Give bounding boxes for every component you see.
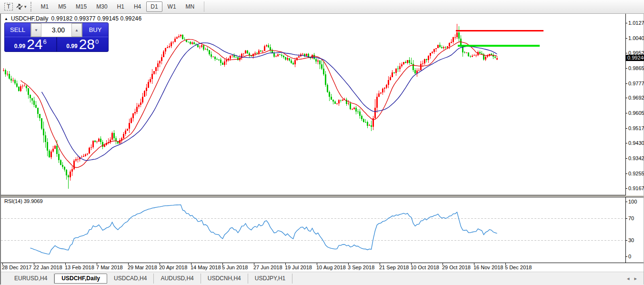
price-axis-tick: 0.96050: [628, 110, 644, 116]
price-axis-tick: 0.95175: [628, 125, 644, 131]
rsi-axis-tick: 100: [628, 199, 637, 204]
time-axis-label: 19 Jul 2018: [285, 265, 312, 270]
time-axis-label: 22 Jan 2018: [33, 265, 62, 270]
toolbar-separator: [204, 1, 204, 12]
toolbar-grip[interactable]: [30, 2, 32, 11]
timeframe-button-m15[interactable]: M15: [71, 1, 91, 12]
rsi-axis-tick: 30: [628, 237, 634, 243]
volume-decrease-button[interactable]: ▼: [31, 23, 41, 37]
buy-price[interactable]: 0.99 28 0: [57, 37, 109, 51]
price-axis: 1.012751.004000.995250.986500.977750.969…: [626, 14, 644, 195]
chart-tab-audusd-h4[interactable]: AUDUSD,H4: [154, 274, 201, 284]
text-tool-icon: T: [4, 3, 12, 10]
timeframe-button-mn[interactable]: MN: [181, 1, 199, 12]
chart-window: ▲ USDCHF,Daily 0.99182 0.99377 0.99145 0…: [0, 14, 644, 285]
timeframe-button-d1[interactable]: D1: [146, 1, 162, 12]
tab-scroll-buttons: ◂ ▸: [627, 275, 644, 282]
one-click-trading-panel: SELL ▼ 3.00 ▲ BUY 0.99 24 6 0.99 28 0: [4, 22, 109, 52]
price-axis-tick: 0.94300: [628, 140, 644, 146]
timeframe-group: M1M5M15M30H1H4D1W1MN: [36, 1, 200, 12]
ma-fast-line: [21, 40, 497, 168]
arrange-charts-button[interactable]: ▾: [15, 1, 27, 12]
buy-button[interactable]: BUY: [82, 23, 108, 37]
chart-tab-usdjpy-h1[interactable]: USDJPY,H1: [248, 274, 292, 284]
chart-ohlc-values: 0.99182 0.99377 0.99145 0.99246: [51, 15, 142, 22]
sell-price-prefix: 0.99: [14, 43, 25, 50]
sell-price[interactable]: 0.99 24 6: [5, 37, 57, 51]
chart-tab-usdcnh-h4[interactable]: USDCNH,H4: [201, 274, 248, 284]
chart-tab-eurusd-h4[interactable]: EURUSD,H4: [8, 274, 54, 284]
timeframe-button-m1[interactable]: M1: [37, 1, 53, 12]
chart-tab-usdchf-daily[interactable]: USDCHF,Daily: [54, 274, 107, 284]
rsi-axis: 10070300: [626, 197, 644, 263]
volume-increase-button[interactable]: ▲: [71, 23, 82, 37]
current-price-label: 0.99246: [626, 55, 644, 61]
time-axis-label: 10 Oct 2018: [411, 265, 439, 270]
volume-spinner: ▼ 3.00 ▲: [30, 23, 82, 37]
price-axis-tick: 0.92550: [628, 171, 644, 176]
tab-scroll-right-icon[interactable]: ▸: [634, 275, 637, 282]
time-axis-label: 5 Jun 2018: [222, 265, 248, 270]
rsi-axis-tick: 70: [628, 215, 634, 221]
buy-price-point: 0: [95, 38, 99, 45]
chart-tab-usdcad-h4[interactable]: USDCAD,H4: [107, 274, 154, 284]
rsi-axis-tick: 0: [628, 254, 631, 259]
price-axis-tick: 0.96925: [628, 95, 644, 101]
chevron-down-icon: ▾: [24, 4, 27, 9]
timeframe-button-h4[interactable]: H4: [130, 1, 145, 12]
price-axis-tick: 0.91675: [628, 185, 644, 191]
time-axis: 28 Dec 201722 Jan 201813 Feb 20187 Mar 2…: [1, 263, 644, 272]
ma-slow-line: [42, 43, 497, 161]
timeframe-button-m30[interactable]: M30: [92, 1, 111, 12]
collapse-panel-triangle-icon[interactable]: ▲: [4, 17, 8, 21]
time-axis-label: 16 Nov 2018: [473, 265, 503, 270]
price-axis-tick: 1.00400: [628, 35, 644, 41]
time-axis-label: 10 Aug 2018: [316, 265, 346, 270]
price-axis-tick: 0.93425: [628, 155, 644, 161]
price-axis-tick: 1.01275: [628, 20, 644, 26]
triangle-up-icon: ▲: [75, 28, 79, 32]
time-axis-label: 7 Mar 2018: [96, 265, 123, 270]
top-toolbar: T ▾ M1M5M15M30H1H4D1W1MN: [0, 0, 644, 14]
triangle-down-icon: ▼: [34, 28, 38, 32]
time-axis-label: 29 Mar 2018: [128, 265, 157, 270]
volume-input[interactable]: 3.00: [41, 23, 71, 37]
timeframe-button-m5[interactable]: M5: [54, 1, 70, 12]
time-axis-label: 28 Dec 2017: [2, 265, 31, 270]
sell-button[interactable]: SELL: [5, 23, 30, 37]
tab-scroll-left-icon[interactable]: ◂: [627, 275, 630, 282]
buy-price-prefix: 0.99: [66, 43, 77, 50]
chart-title: ▲ USDCHF,Daily 0.99182 0.99377 0.99145 0…: [4, 15, 141, 22]
rsi-line: [30, 205, 497, 254]
timeframe-button-w1[interactable]: W1: [163, 1, 181, 12]
time-axis-label: 21 Sep 2018: [379, 265, 409, 270]
arrows-icon: [16, 3, 23, 10]
rsi-indicator-chart[interactable]: [1, 197, 625, 263]
price-axis-tick: 0.97775: [628, 81, 644, 86]
time-axis-label: 29 Oct 2018: [442, 265, 471, 270]
time-axis-label: 5 Dec 2018: [505, 265, 532, 270]
chart-symbol-label: USDCHF,Daily: [11, 15, 49, 22]
sell-price-pips: 24: [27, 38, 42, 51]
time-axis-label: 13 Feb 2018: [65, 265, 94, 270]
buy-price-pips: 28: [79, 38, 95, 51]
time-axis-label: 20 Apr 2018: [159, 265, 187, 270]
timeframe-button-h1[interactable]: H1: [113, 1, 129, 12]
sell-price-point: 6: [43, 38, 47, 45]
text-label-tool-button[interactable]: T: [3, 1, 14, 12]
price-axis-tick: 0.98650: [628, 65, 644, 71]
time-axis-label: 27 Jun 2018: [253, 265, 282, 270]
rsi-indicator-label: RSI(14) 39.9069: [4, 198, 43, 204]
time-axis-label: 3 Sep 2018: [348, 265, 374, 270]
time-axis-label: 14 May 2018: [191, 265, 221, 270]
chart-tab-bar: EURUSD,H4USDCHF,DailyUSDCAD,H4AUDUSD,H4U…: [1, 272, 644, 285]
